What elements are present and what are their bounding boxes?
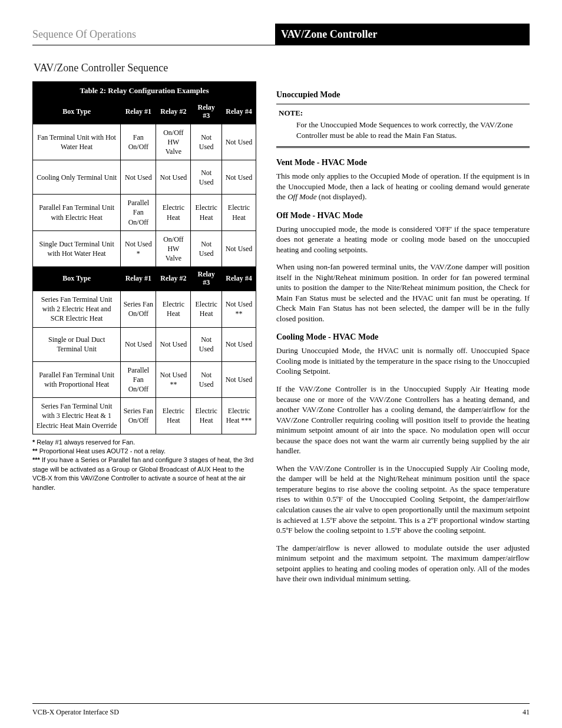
table-row: Parallel Fan Terminal Unit with Electric…	[33, 195, 256, 231]
para-cool-4: The damper/airflow is never allowed to m…	[276, 543, 530, 584]
right-column: Unoccupied Mode NOTE: For the Unoccupied…	[276, 81, 530, 591]
table-row: Fan Terminal Unit with Hot Water Heat Fa…	[33, 124, 256, 160]
para-cool-3: When the VAV/Zone Controller is in the U…	[276, 463, 530, 536]
footer-bar: VCB-X Operator Interface SD 41	[32, 703, 530, 717]
table-row: Series Fan Terminal Unit with 2 Electric…	[33, 291, 256, 328]
col-header: Relay #1	[121, 100, 156, 124]
subhead-cooling: Cooling Mode - HVAC Mode	[276, 332, 530, 343]
table-row: Single or Dual Duct Terminal Unit Not Us…	[33, 327, 256, 361]
col-header: Box Type	[33, 100, 121, 124]
note-label: NOTE:	[279, 108, 527, 118]
col-header: Relay #4	[222, 100, 256, 124]
col-header: Relay #3	[191, 100, 222, 124]
left-column: Table 2: Relay Configuration Examples Bo…	[32, 81, 256, 492]
para-off-2: When using non-fan powered terminal unit…	[276, 262, 530, 324]
relay-config-table: Table 2: Relay Configuration Examples Bo…	[32, 81, 256, 434]
footer-right: 41	[523, 707, 530, 717]
header-left: Sequence Of Operations	[32, 27, 275, 45]
section-title: VAV/Zone Controller Sequence	[34, 61, 530, 75]
subhead-unoccupied: Unoccupied Mode	[276, 90, 530, 101]
subhead-off: Off Mode - HVAC Mode	[276, 210, 530, 222]
footer-left: VCB-X Operator Interface SD	[32, 707, 119, 717]
header-right: VAV/Zone Controller	[275, 24, 530, 45]
subhead-vent: Vent Mode - HVAC Mode	[276, 157, 530, 169]
header-bar: Sequence Of Operations VAV/Zone Controll…	[32, 24, 530, 45]
para-off-1: During unoccupied mode, the mode is cons…	[276, 224, 530, 255]
para-vent: This mode only applies to the Occupied M…	[276, 171, 530, 202]
col-header: Relay #2	[156, 100, 191, 124]
para-cool-2: If the VAV/Zone Controller is in the Uno…	[276, 384, 530, 456]
note-box: NOTE: For the Unoccupied Mode Sequences …	[276, 104, 530, 148]
table-subheader: Box Type Relay #1 Relay #2 Relay #3 Rela…	[33, 267, 256, 291]
note-body: For the Unoccupied Mode Sequences to wor…	[296, 120, 527, 140]
table-row: Parallel Fan Terminal Unit with Proporti…	[33, 361, 256, 398]
table-footnotes: * Relay #1 always reserved for Fan. ** P…	[32, 438, 256, 492]
table-row: Single Duct Terminal Unit with Hot Water…	[33, 230, 256, 267]
para-cool-1: During Unoccupied Mode, the HVAC unit is…	[276, 345, 530, 377]
table-caption: Table 2: Relay Configuration Examples	[32, 81, 256, 100]
table-row: Series Fan Terminal Unit with 3 Electric…	[33, 398, 256, 434]
table-row: Cooling Only Terminal Unit Not Used Not …	[33, 160, 256, 195]
